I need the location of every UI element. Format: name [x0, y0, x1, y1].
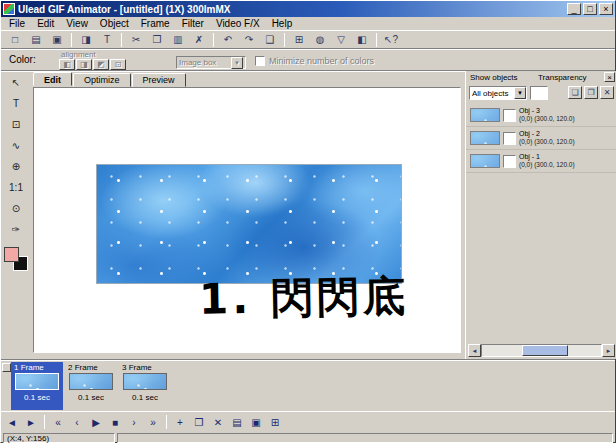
- object-filter-value: All objects: [470, 89, 514, 98]
- delete-icon[interactable]: ✗: [189, 32, 209, 48]
- context-help-icon[interactable]: ↖?: [381, 32, 401, 48]
- objects-scrollbar[interactable]: ◄ ►: [468, 344, 615, 357]
- menu-bar: File Edit View Object Frame Filter Video…: [1, 17, 615, 31]
- scrollbar-track[interactable]: [481, 344, 602, 357]
- next-frame-icon[interactable]: ›: [125, 414, 143, 430]
- last-frame-icon[interactable]: »: [144, 414, 162, 430]
- maximize-button[interactable]: □: [583, 3, 597, 15]
- transparency-value-box[interactable]: [530, 86, 548, 100]
- play-icon[interactable]: ▶: [87, 414, 105, 430]
- add-frame-icon[interactable]: +: [171, 414, 189, 430]
- object-name: Obj - 2: [519, 130, 575, 138]
- cursor-coordinates: (X:4, Y:156): [3, 433, 115, 443]
- text-tool-icon[interactable]: T: [5, 93, 27, 113]
- redo-icon[interactable]: ↷: [239, 32, 259, 48]
- menu-help[interactable]: Help: [266, 17, 299, 30]
- foreground-color-swatch[interactable]: [4, 247, 19, 262]
- new-object-icon[interactable]: ❏: [568, 86, 582, 99]
- object-row[interactable]: Obj - 2 (0,0) (300.0, 120.0): [466, 127, 616, 150]
- globe-icon[interactable]: ◍: [310, 32, 330, 48]
- frame-properties-icon[interactable]: ▤: [228, 414, 246, 430]
- eyedropper-tool-icon[interactable]: ✑: [5, 219, 27, 239]
- image-box-dropdown[interactable]: Image box ▼: [176, 56, 246, 69]
- object-filter-dropdown[interactable]: All objects ▼: [469, 86, 527, 100]
- undo-icon[interactable]: ↶: [218, 32, 238, 48]
- mode-tabs: Edit Optimize Preview: [33, 73, 186, 87]
- scroll-right-icon[interactable]: ►: [602, 344, 615, 357]
- show-objects-label: Show objects: [470, 73, 518, 82]
- new-icon[interactable]: □: [5, 32, 25, 48]
- open-icon[interactable]: ▤: [26, 32, 46, 48]
- filters-icon[interactable]: ▽: [331, 32, 351, 48]
- lasso-tool-icon[interactable]: ∿: [5, 135, 27, 155]
- chevron-down-icon[interactable]: ▼: [514, 87, 526, 99]
- menu-edit[interactable]: Edit: [31, 17, 60, 30]
- menu-frame[interactable]: Frame: [135, 17, 176, 30]
- frame-1-cell[interactable]: 1 Frame 0.1 sec: [11, 362, 63, 410]
- menu-filter[interactable]: Filter: [176, 17, 210, 30]
- toolbar-separator: [213, 33, 214, 47]
- menu-file[interactable]: File: [3, 17, 31, 30]
- copy-icon[interactable]: ❐: [147, 32, 167, 48]
- frame-thumbnail[interactable]: [69, 373, 113, 390]
- align-option-3-icon[interactable]: ◩: [93, 59, 109, 70]
- delete-object-icon[interactable]: ✕: [600, 86, 614, 99]
- prev-frame-icon[interactable]: ‹: [68, 414, 86, 430]
- stop-icon[interactable]: ■: [106, 414, 124, 430]
- canvas-area[interactable]: 1. 閃閃底: [33, 87, 461, 353]
- save-icon[interactable]: ▣: [47, 32, 67, 48]
- toolbar-separator: [166, 415, 167, 429]
- add-image-icon[interactable]: ◨: [76, 32, 96, 48]
- strip-scroll-right-icon[interactable]: ►: [22, 414, 40, 430]
- scrollbar-thumb[interactable]: [522, 345, 567, 356]
- object-thumbnail[interactable]: [470, 131, 500, 145]
- object-thumbnail[interactable]: [470, 154, 500, 168]
- duplicate-icon[interactable]: ❑: [260, 32, 280, 48]
- animation-image[interactable]: [96, 164, 402, 284]
- color-swatches: [4, 247, 28, 271]
- delete-frame-icon[interactable]: ✕: [209, 414, 227, 430]
- first-frame-icon[interactable]: «: [49, 414, 67, 430]
- close-button[interactable]: ×: [599, 3, 613, 15]
- duplicate-frame-icon[interactable]: ❐: [190, 414, 208, 430]
- export-icon[interactable]: ⊞: [266, 414, 284, 430]
- minimize-button[interactable]: _: [567, 3, 581, 15]
- minimize-colors-checkbox[interactable]: Minimize number of colors: [255, 56, 374, 66]
- panel-close-icon[interactable]: ×: [604, 72, 615, 82]
- paste-icon[interactable]: ▥: [168, 32, 188, 48]
- align-option-1-icon[interactable]: ◧: [59, 59, 75, 70]
- window-controls: _ □ ×: [567, 3, 613, 15]
- actual-size-tool-icon[interactable]: 1:1: [5, 177, 27, 197]
- magnifier-tool-icon[interactable]: ⊙: [5, 198, 27, 218]
- application-window: Ulead GIF Animator - [untitled] (1X) 300…: [0, 0, 616, 443]
- checkbox-box[interactable]: [255, 56, 265, 66]
- object-thumbnail[interactable]: [470, 108, 500, 122]
- object-row[interactable]: Obj - 1 (0,0) (300.0, 120.0): [466, 150, 616, 173]
- palette-icon[interactable]: ◧: [352, 32, 372, 48]
- strip-scroll-left-icon[interactable]: ◄: [3, 414, 21, 430]
- scroll-left-icon[interactable]: ◄: [468, 344, 481, 357]
- add-text-icon[interactable]: T: [97, 32, 117, 48]
- align-option-2-icon[interactable]: ◨: [76, 59, 92, 70]
- tab-edit[interactable]: Edit: [33, 72, 72, 86]
- frame-2-cell[interactable]: 2 Frame 0.1 sec: [65, 362, 117, 410]
- tile-icon[interactable]: ⊞: [289, 32, 309, 48]
- cut-icon[interactable]: ✂: [126, 32, 146, 48]
- menu-view[interactable]: View: [60, 17, 94, 30]
- zoom-tool-icon[interactable]: ⊕: [5, 156, 27, 176]
- pointer-tool-icon[interactable]: ↖: [5, 72, 27, 92]
- selection-tool-icon[interactable]: ⊡: [5, 114, 27, 134]
- menu-object[interactable]: Object: [94, 17, 135, 30]
- frame-strip-corner-button[interactable]: [2, 363, 11, 372]
- frame-thumbnail[interactable]: [15, 373, 59, 390]
- tab-preview[interactable]: Preview: [132, 73, 186, 87]
- onion-skin-icon[interactable]: ▣: [247, 414, 265, 430]
- tab-optimize[interactable]: Optimize: [73, 73, 131, 87]
- frame-3-cell[interactable]: 3 Frame 0.1 sec: [119, 362, 171, 410]
- menu-video-fx[interactable]: Video F/X: [210, 17, 266, 30]
- frame-thumbnail[interactable]: [123, 373, 167, 390]
- align-option-4-icon[interactable]: ⊡: [110, 59, 126, 70]
- duplicate-object-icon[interactable]: ❐: [584, 86, 598, 99]
- app-icon: [3, 3, 15, 15]
- object-row[interactable]: Obj - 3 (0,0) (300.0, 120.0): [466, 104, 616, 127]
